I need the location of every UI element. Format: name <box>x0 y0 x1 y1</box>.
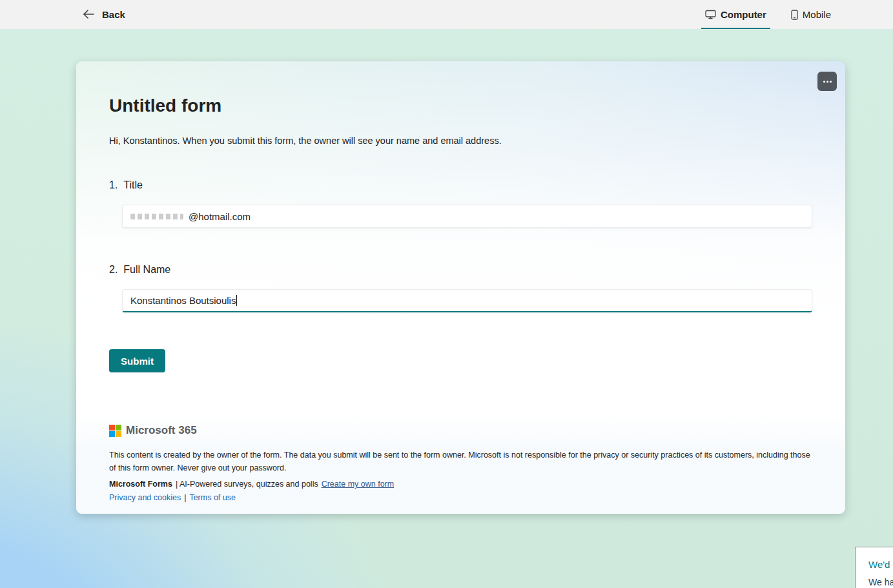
microsoft-logo-icon <box>109 425 121 437</box>
feedback-popup: We'd l We hav <box>855 547 893 588</box>
question-1-label: Title <box>123 179 143 191</box>
create-my-own-form-link[interactable]: Create my own form <box>322 480 395 489</box>
tab-computer-label: Computer <box>721 9 766 20</box>
back-arrow-icon <box>83 9 94 21</box>
tab-mobile-label: Mobile <box>803 9 831 20</box>
separator: | <box>184 493 186 502</box>
ellipsis-icon <box>823 81 825 83</box>
back-button[interactable]: Back <box>83 0 125 29</box>
form-title: Untitled form <box>109 96 812 116</box>
question-1-value: @hotmail.com <box>189 211 251 222</box>
microsoft-forms-label: Microsoft Forms <box>109 480 172 489</box>
text-cursor <box>236 295 237 306</box>
question-2-label: Full Name <box>123 264 170 276</box>
terms-of-use-link[interactable]: Terms of use <box>189 493 236 502</box>
submit-button[interactable]: Submit <box>109 349 165 372</box>
feedback-popup-heading: We'd l <box>868 559 893 570</box>
question-2-value: Konstantinos Boutsioulis <box>130 295 236 306</box>
microsoft-365-brand: Microsoft 365 <box>109 424 812 437</box>
card-footer: Microsoft 365 This content is created by… <box>76 412 845 514</box>
redacted-email-prefix <box>130 214 183 219</box>
question-1-text-input[interactable]: @hotmail.com <box>122 205 812 228</box>
smartphone-icon <box>791 10 798 20</box>
form-preview-card: Untitled form Hi, Konstantinos. When you… <box>76 61 845 514</box>
feedback-popup-body: We hav <box>868 577 893 587</box>
monitor-icon <box>705 10 716 19</box>
brand-name: Microsoft 365 <box>126 424 197 437</box>
privacy-and-cookies-link[interactable]: Privacy and cookies <box>109 493 181 502</box>
tab-computer[interactable]: Computer <box>701 0 770 29</box>
device-preview-tabs: Computer Mobile <box>701 0 835 29</box>
back-label: Back <box>102 9 125 20</box>
question-2-text-input[interactable]: Konstantinos Boutsioulis <box>122 289 812 312</box>
question-2-number: 2. <box>109 264 118 276</box>
form-greeting: Hi, Konstantinos. When you submit this f… <box>109 136 812 146</box>
tab-mobile[interactable]: Mobile <box>787 0 835 29</box>
footer-legal-line: Privacy and cookies | Terms of use <box>109 493 812 502</box>
question-2: 2. Full Name Konstantinos Boutsioulis <box>109 264 812 312</box>
more-options-button[interactable] <box>817 72 837 91</box>
question-1: 1. Title @hotmail.com <box>109 179 812 228</box>
top-bar: Back Computer Mobile <box>0 0 893 29</box>
question-1-number: 1. <box>109 179 118 191</box>
footer-disclaimer: This content is created by the owner of … <box>109 449 810 474</box>
forms-tagline: | AI-Powered surveys, quizzes and polls <box>176 480 318 489</box>
footer-forms-line: Microsoft Forms | AI-Powered surveys, qu… <box>109 480 812 489</box>
